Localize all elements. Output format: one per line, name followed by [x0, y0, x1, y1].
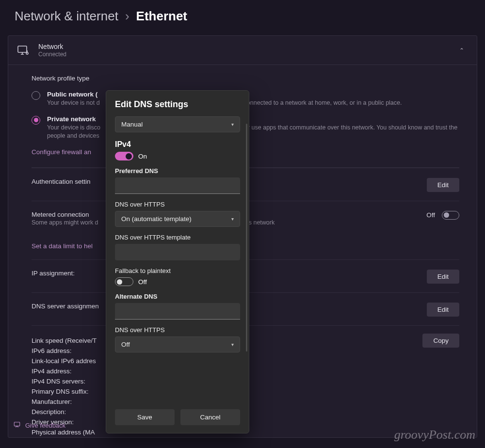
private-network-desc-pre: Your device is disco: [47, 124, 100, 131]
radio-icon-selected[interactable]: [32, 116, 40, 125]
detail-link-speed: Link speed (Receive/T: [32, 336, 97, 346]
ipv4-toggle-state: On: [138, 153, 147, 160]
connection-status: Connected: [38, 51, 451, 58]
ip-edit-button[interactable]: Edit: [427, 270, 459, 284]
alternate-dns-input[interactable]: [115, 303, 240, 320]
doh2-select[interactable]: Off ▾: [115, 336, 240, 352]
detail-ipv4-dns: IPv4 DNS servers:: [32, 376, 97, 386]
network-name: Network: [38, 43, 451, 50]
card-header[interactable]: Network Connected ⌃: [8, 36, 477, 65]
chevron-down-icon: ▾: [231, 122, 234, 127]
dns-mode-value: Manual: [121, 121, 143, 128]
detail-primary-suffix: Primary DNS suffix:: [32, 386, 97, 397]
breadcrumb-current: Ethernet: [136, 9, 187, 24]
watermark: groovyPost.com: [394, 428, 475, 442]
chevron-down-icon: ▾: [231, 342, 234, 347]
svg-point-1: [26, 52, 28, 54]
auth-label: Authentication settin: [32, 178, 91, 185]
dns-edit-button[interactable]: Edit: [427, 303, 459, 317]
svg-rect-2: [14, 422, 19, 426]
preferred-dns-input[interactable]: [115, 177, 240, 194]
fallback-toggle[interactable]: [115, 277, 133, 286]
profile-type-label: Network profile type: [32, 75, 459, 82]
chevron-up-icon[interactable]: ⌃: [459, 47, 464, 54]
public-network-desc: Your device is not d: [47, 99, 100, 106]
monitor-icon: [17, 45, 30, 56]
breadcrumb: Network & internet › Ethernet: [0, 0, 485, 35]
fallback-state: Off: [138, 278, 147, 286]
feedback-icon: [14, 421, 20, 430]
fallback-label: Fallback to plaintext: [115, 267, 240, 274]
dialog-title: Edit DNS settings: [115, 99, 240, 110]
alternate-dns-label: Alternate DNS: [115, 293, 240, 300]
doh2-value: Off: [121, 341, 130, 348]
radio-icon[interactable]: [32, 91, 40, 100]
public-network-desc-tail: connected to a network at home, work, or…: [244, 99, 402, 106]
doh2-label: DNS over HTTPS: [115, 326, 240, 334]
auth-edit-button[interactable]: Edit: [427, 178, 459, 192]
ipv4-toggle[interactable]: [115, 152, 133, 160]
doh-select[interactable]: On (automatic template) ▾: [115, 211, 240, 227]
breadcrumb-separator: ›: [125, 9, 129, 24]
ipv4-heading: IPv4: [115, 140, 240, 149]
doh-value: On (automatic template): [121, 215, 192, 223]
dns-mode-select[interactable]: Manual ▾: [115, 116, 240, 132]
cancel-button[interactable]: Cancel: [180, 409, 240, 425]
ip-label: IP assignment:: [32, 270, 75, 277]
dns-label: DNS server assignmen: [32, 303, 99, 310]
edit-dns-dialog: Edit DNS settings Manual ▾ IPv4 On Prefe…: [106, 90, 249, 433]
metered-state: Off: [426, 211, 435, 219]
detail-manufacturer: Manufacturer:: [32, 397, 97, 407]
doh-template-field: [115, 244, 240, 260]
breadcrumb-parent[interactable]: Network & internet: [15, 9, 118, 24]
copy-button[interactable]: Copy: [422, 334, 459, 348]
chevron-down-icon: ▾: [231, 216, 234, 222]
metered-toggle[interactable]: [442, 211, 459, 220]
preferred-dns-label: Preferred DNS: [115, 167, 240, 175]
svg-rect-0: [18, 46, 27, 52]
save-button[interactable]: Save: [115, 409, 175, 425]
doh-template-label: DNS over HTTPS template: [115, 234, 240, 241]
doh-label: DNS over HTTPS: [115, 201, 240, 208]
feedback-link[interactable]: Give feedback: [14, 421, 65, 430]
metered-sub-pre: Some apps might work d: [32, 219, 98, 226]
feedback-label: Give feedback: [25, 422, 65, 429]
detail-ipv6: IPv6 address:: [32, 346, 97, 356]
detail-ipv4: IPv4 address:: [32, 366, 97, 376]
scrollbar[interactable]: [246, 124, 247, 352]
detail-description: Description:: [32, 407, 97, 417]
detail-link-local: Link-local IPv6 addres: [32, 356, 97, 366]
